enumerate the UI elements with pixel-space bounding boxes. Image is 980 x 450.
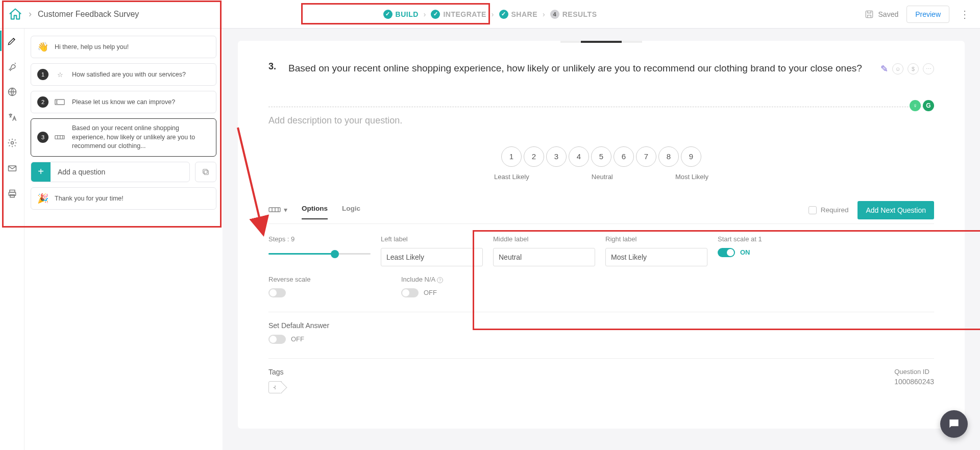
chevron-down-icon: ▾ <box>284 206 287 214</box>
saved-status: Saved <box>864 9 899 19</box>
thankyou-label: Thank you for your time! <box>55 195 124 202</box>
step-results[interactable]: 4 RESULTS <box>550 10 597 19</box>
rail-translate-icon[interactable] <box>6 111 18 123</box>
question-type-chip[interactable]: ▾ <box>268 206 287 219</box>
include-na-caption: Include N/A ? <box>401 276 534 283</box>
suggestion-badge-icon[interactable]: ♀ <box>910 100 921 111</box>
default-answer-toggle[interactable]: OFF <box>268 335 934 344</box>
slider-thumb-icon <box>331 250 339 258</box>
left-label-caption: Left label <box>381 235 483 243</box>
more-menu-icon[interactable]: ⋮ <box>958 6 972 22</box>
question-id-value: 1000860243 <box>894 378 934 386</box>
default-answer-caption: Set Default Answer <box>268 321 934 330</box>
question-card-3[interactable]: 3 Based on your recent online shopping e… <box>31 118 216 157</box>
step-build[interactable]: ✓ BUILD <box>383 10 419 19</box>
scale-labels: Least Likely Neutral Most Likely <box>494 173 708 181</box>
add-next-question-button[interactable]: Add Next Question <box>857 201 934 219</box>
steps-label: Steps : 9 <box>268 235 371 243</box>
steps-slider[interactable] <box>268 248 371 260</box>
question-card-2[interactable]: 2 Please let us know we can improve? <box>31 91 216 113</box>
top-bar: › Customer Feedback Survey ✓ BUILD › ✓ I… <box>0 0 980 29</box>
question-card-text: How satisfied are you with our services? <box>72 71 186 78</box>
step-share[interactable]: ✓ SHARE <box>499 10 538 19</box>
question-number-badge: 1 <box>37 69 48 80</box>
thankyou-card[interactable]: 🎉 Thank you for your time! <box>31 187 216 210</box>
include-na-toggle[interactable]: OFF <box>401 288 534 297</box>
page-title: Customer Feedback Survey <box>38 10 139 19</box>
question-number-badge: 2 <box>37 96 48 108</box>
chevron-right-icon: › <box>424 10 426 18</box>
add-tag-button[interactable]: + <box>268 381 282 393</box>
question-text[interactable]: Based on your recent online shopping exp… <box>288 61 868 76</box>
rail-builder-icon[interactable] <box>6 35 18 47</box>
reverse-scale-caption: Reverse scale <box>268 276 371 283</box>
rating-scale: 1 2 3 4 5 6 7 8 9 <box>268 146 934 167</box>
question-id-caption: Question ID <box>894 368 934 376</box>
description-input[interactable]: ♀ G Add description to your question. <box>268 107 934 126</box>
wave-icon: 👋 <box>37 41 48 53</box>
scale-option-7[interactable]: 7 <box>636 146 656 167</box>
duplicate-button[interactable] <box>195 162 216 182</box>
info-icon: ? <box>437 277 443 283</box>
intro-label: Hi there, help us help you! <box>55 43 129 51</box>
right-label-caption: Right label <box>605 235 707 243</box>
start-scale-toggle[interactable]: ON <box>718 248 820 257</box>
right-label-input[interactable] <box>605 248 707 266</box>
intro-card[interactable]: 👋 Hi there, help us help you! <box>31 36 216 58</box>
question-sidebar: 👋 Hi there, help us help you! 1 ☆ How sa… <box>24 29 223 450</box>
question-number: 3. <box>268 61 276 76</box>
more-tool-icon[interactable]: ⋯ <box>923 63 934 74</box>
scale-option-9[interactable]: 9 <box>681 146 701 167</box>
check-icon: ✓ <box>431 10 440 19</box>
reverse-scale-toggle[interactable] <box>268 288 371 297</box>
svg-line-12 <box>238 128 263 235</box>
scale-option-1[interactable]: 1 <box>501 146 522 167</box>
scale-option-3[interactable]: 3 <box>546 146 567 167</box>
rail-mail-icon[interactable] <box>6 162 18 174</box>
step-integrate[interactable]: ✓ INTEGRATE <box>431 10 486 19</box>
main-editor-area: 3. Based on your recent online shopping … <box>223 29 980 450</box>
question-editor: 3. Based on your recent online shopping … <box>238 41 965 429</box>
scale-option-2[interactable]: 2 <box>524 146 544 167</box>
chevron-right-icon: › <box>29 9 32 19</box>
rail-design-icon[interactable] <box>6 60 18 72</box>
rail-print-icon[interactable] <box>6 188 18 200</box>
left-label-input[interactable] <box>381 248 483 266</box>
rating-scale-icon <box>55 134 66 140</box>
rail-globe-icon[interactable] <box>6 86 18 98</box>
tags-caption: Tags <box>268 368 284 376</box>
scale-option-4[interactable]: 4 <box>569 146 589 167</box>
currency-tool-icon[interactable]: $ <box>908 63 919 74</box>
question-number-badge: 3 <box>37 132 48 143</box>
chevron-right-icon: › <box>492 10 494 18</box>
emoji-tool-icon[interactable]: ☺ <box>892 63 903 74</box>
check-icon: ✓ <box>499 10 508 19</box>
add-question-button[interactable]: + Add a question <box>31 162 190 182</box>
scale-left-label: Least Likely <box>494 173 529 181</box>
tab-options[interactable]: Options <box>302 205 328 219</box>
scale-mid-label: Neutral <box>592 173 613 181</box>
scale-right-label: Most Likely <box>675 173 708 181</box>
tab-logic[interactable]: Logic <box>342 205 360 219</box>
scale-option-8[interactable]: 8 <box>658 146 679 167</box>
scale-option-5[interactable]: 5 <box>591 146 611 167</box>
question-card-1[interactable]: 1 ☆ How satisfied are you with our servi… <box>31 63 216 86</box>
party-icon: 🎉 <box>37 193 48 204</box>
middle-label-input[interactable] <box>493 248 595 266</box>
edit-icon[interactable]: ✎ <box>880 63 888 74</box>
builder-steps: ✓ BUILD › ✓ INTEGRATE › ✓ SHARE › 4 RESU… <box>383 10 597 19</box>
textbox-icon <box>55 99 66 105</box>
preview-button[interactable]: Preview <box>906 6 949 23</box>
chevron-right-icon: › <box>543 10 545 18</box>
question-card-text: Please let us know we can improve? <box>72 98 175 106</box>
grammarly-icon[interactable]: G <box>923 100 934 111</box>
description-placeholder: Add description to your question. <box>268 115 402 126</box>
add-question-label: Add a question <box>51 168 112 176</box>
required-checkbox[interactable]: Required <box>808 206 849 214</box>
home-icon[interactable] <box>8 7 22 21</box>
scale-option-6[interactable]: 6 <box>614 146 634 167</box>
chat-fab-button[interactable] <box>940 410 968 438</box>
rail-settings-icon[interactable] <box>6 137 18 149</box>
check-icon: ✓ <box>383 10 393 19</box>
progress-fill <box>581 41 622 43</box>
